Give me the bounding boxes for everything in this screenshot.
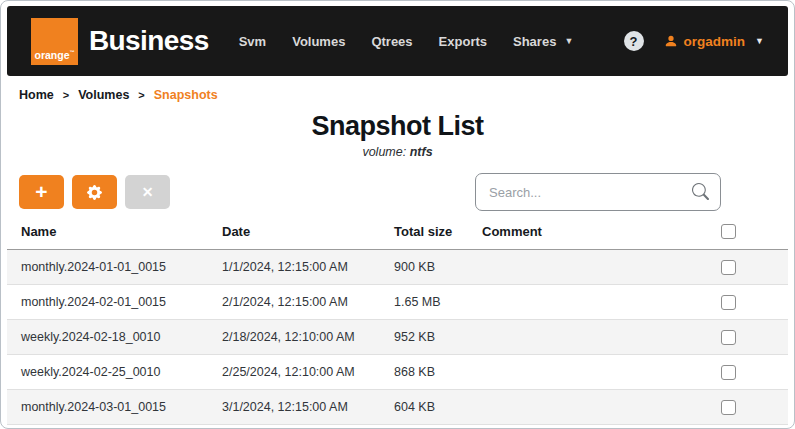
cell-comment (482, 285, 668, 320)
cell-name: weekly.2024-02-25_0010 (7, 355, 222, 390)
table-row: weekly.2024-02-25_00102/25/2024, 12:10:0… (7, 355, 788, 390)
breadcrumb: Home>Volumes>Snapshots (7, 76, 788, 111)
table-header-row: Name Date Total size Comment (7, 217, 788, 250)
snapshot-table: Name Date Total size Comment monthly.202… (7, 217, 788, 425)
column-header-total-size: Total size (394, 217, 482, 250)
cell-name: monthly.2024-01-01_0015 (7, 250, 222, 285)
cell-select (668, 355, 788, 390)
chevron-down-icon: ▼ (564, 36, 573, 46)
cell-date: 3/1/2024, 12:15:00 AM (222, 390, 394, 425)
breadcrumb-separator: > (63, 89, 69, 101)
cell-select (668, 320, 788, 355)
row-checkbox[interactable] (721, 330, 736, 345)
nav-item-svm[interactable]: Svm (239, 34, 266, 49)
title-block: Snapshot List volume: ntfs (7, 111, 788, 159)
chevron-down-icon: ▼ (755, 36, 764, 46)
breadcrumb-item-snapshots: Snapshots (154, 88, 218, 102)
page-title: Snapshot List (7, 111, 788, 142)
nav-item-shares[interactable]: Shares▼ (513, 34, 573, 49)
nav-item-exports[interactable]: Exports (439, 34, 487, 49)
column-header-comment: Comment (482, 217, 668, 250)
settings-button[interactable] (72, 175, 117, 209)
app-window: orange™ Business SvmVolumesQtreesExports… (0, 0, 795, 429)
cell-name: monthly.2024-03-01_0015 (7, 390, 222, 425)
table-row: monthly.2024-01-01_00151/1/2024, 12:15:0… (7, 250, 788, 285)
cell-select (668, 390, 788, 425)
cell-comment (482, 250, 668, 285)
breadcrumb-item-home[interactable]: Home (19, 88, 54, 102)
help-icon[interactable]: ? (624, 31, 644, 51)
toolbar: + ✕ (7, 173, 788, 211)
table-row: weekly.2024-02-18_00102/18/2024, 12:10:0… (7, 320, 788, 355)
trademark-symbol: ™ (70, 49, 75, 55)
user-icon (664, 34, 678, 48)
plus-icon: + (35, 181, 47, 202)
cell-total-size: 604 KB (394, 390, 482, 425)
add-snapshot-button[interactable]: + (19, 175, 64, 209)
cell-date: 2/18/2024, 12:10:00 AM (222, 320, 394, 355)
main-nav: SvmVolumesQtreesExportsShares▼ (239, 34, 574, 49)
cell-comment (482, 355, 668, 390)
cell-comment (482, 390, 668, 425)
cell-select (668, 250, 788, 285)
brand-logo[interactable]: orange™ Business (31, 18, 209, 65)
delete-snapshot-button[interactable]: ✕ (125, 175, 170, 209)
search-input[interactable] (475, 173, 721, 211)
table-row: monthly.2024-03-01_00153/1/2024, 12:15:0… (7, 390, 788, 425)
user-menu[interactable]: orgadmin ▼ (664, 34, 764, 49)
breadcrumb-separator: > (138, 89, 144, 101)
top-navigation-bar: orange™ Business SvmVolumesQtreesExports… (7, 6, 788, 76)
action-buttons: + ✕ (19, 175, 170, 209)
search-box (475, 173, 721, 211)
cell-date: 2/1/2024, 12:15:00 AM (222, 285, 394, 320)
cell-name: monthly.2024-02-01_0015 (7, 285, 222, 320)
cell-total-size: 900 KB (394, 250, 482, 285)
cell-name: weekly.2024-02-18_0010 (7, 320, 222, 355)
cell-comment (482, 320, 668, 355)
column-header-select (668, 217, 788, 250)
orange-logo: orange™ (31, 18, 78, 65)
page-subtitle: volume: ntfs (7, 145, 788, 159)
column-header-date: Date (222, 217, 394, 250)
subtitle-value: ntfs (410, 145, 433, 159)
row-checkbox[interactable] (721, 295, 736, 310)
row-checkbox[interactable] (721, 400, 736, 415)
close-icon: ✕ (142, 184, 154, 200)
subtitle-label: volume: (362, 145, 406, 159)
gear-icon (87, 185, 102, 200)
user-name: orgadmin (684, 34, 746, 49)
column-header-name: Name (7, 217, 222, 250)
cell-select (668, 285, 788, 320)
topbar-right: ? orgadmin ▼ (624, 31, 764, 51)
brand-name: Business (89, 25, 209, 57)
cell-date: 1/1/2024, 12:15:00 AM (222, 250, 394, 285)
cell-total-size: 868 KB (394, 355, 482, 390)
orange-logo-text: orange™ (34, 50, 74, 65)
row-checkbox[interactable] (721, 365, 736, 380)
cell-total-size: 952 KB (394, 320, 482, 355)
cell-date: 2/25/2024, 12:10:00 AM (222, 355, 394, 390)
nav-item-volumes[interactable]: Volumes (292, 34, 345, 49)
row-checkbox[interactable] (721, 260, 736, 275)
breadcrumb-item-volumes[interactable]: Volumes (78, 88, 129, 102)
nav-item-qtrees[interactable]: Qtrees (371, 34, 412, 49)
cell-total-size: 1.65 MB (394, 285, 482, 320)
select-all-checkbox[interactable] (721, 224, 736, 239)
table-row: monthly.2024-02-01_00152/1/2024, 12:15:0… (7, 285, 788, 320)
